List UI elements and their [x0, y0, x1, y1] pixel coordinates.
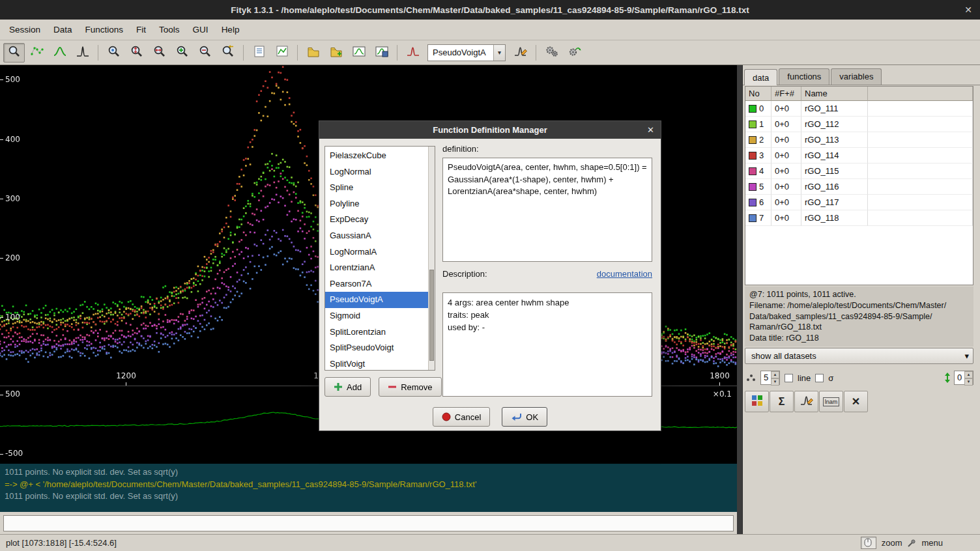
session-log-icon [252, 44, 267, 61]
function-list-scrollbar[interactable] [428, 147, 435, 370]
function-list-item[interactable]: SplitLorentzian [325, 324, 428, 341]
sum-datasets-button[interactable]: Σ [770, 391, 794, 412]
show-all-datasets-dropdown[interactable]: show all datasets ▾ [745, 348, 973, 364]
tab-variables[interactable]: variables [831, 68, 882, 85]
save-session-button[interactable] [371, 43, 392, 63]
documentation-link[interactable]: documentation [597, 269, 652, 279]
empty-cell [868, 117, 973, 132]
plot-settings-button[interactable] [271, 43, 293, 63]
dataset-number: 3 [759, 150, 764, 160]
dataset-func-count: 0+0 [771, 163, 801, 179]
menu-session[interactable]: Session [3, 21, 47, 38]
function-list-item[interactable]: PielaszekCube [325, 148, 428, 164]
add-function-button[interactable] [402, 43, 424, 63]
zoom-previous-icon [221, 44, 235, 61]
table-row[interactable]: 50+0rGO_116 [745, 179, 973, 195]
menu-functions[interactable]: Functions [79, 21, 130, 38]
table-row[interactable]: 70+0rGO_118 [745, 210, 973, 226]
function-list-item[interactable]: Sigmoid [325, 308, 428, 324]
menu-tools[interactable]: Tools [152, 21, 186, 38]
status-menu-label[interactable]: menu [921, 538, 943, 548]
toolbar-separator [98, 45, 98, 61]
function-list-item[interactable]: LorentzianA [325, 260, 428, 276]
dataset-controls: 5 ▲▼ line σ 0 ▲▼ [745, 369, 973, 386]
dataset-colors-button[interactable] [745, 391, 769, 412]
function-list-item[interactable]: ExpDecay [325, 212, 428, 228]
spin-up-icon[interactable]: ▲ [964, 371, 973, 378]
scrollbar-thumb[interactable] [429, 270, 434, 361]
point-size-stepper[interactable]: 5 ▲▼ [760, 371, 780, 385]
zoom-in-button[interactable] [171, 43, 193, 63]
peak-top-view-button[interactable] [72, 43, 93, 63]
table-row[interactable]: 60+0rGO_117 [745, 195, 973, 210]
function-list-item[interactable]: LogNormalA [325, 244, 428, 261]
empty-cell [868, 195, 973, 210]
tab-data[interactable]: data [744, 69, 777, 85]
table-row[interactable]: 20+0rGO_113 [745, 132, 973, 148]
table-row[interactable]: 10+0rGO_112 [745, 117, 973, 132]
dataset-number-cell: 7 [745, 210, 771, 226]
cancel-icon [442, 412, 451, 421]
run-fit-button[interactable] [541, 43, 562, 63]
definition-textarea[interactable]: PseudoVoigtA(area, center, hwhm, shape=0… [442, 158, 652, 262]
edit-data-button[interactable] [794, 391, 818, 412]
zoom-out-button[interactable] [194, 43, 216, 63]
line-checkbox-label: line [798, 373, 811, 383]
remove-button[interactable]: Remove [379, 377, 441, 397]
menu-gui[interactable]: GUI [186, 21, 215, 38]
function-list-item[interactable]: PseudoVoigtA [325, 292, 428, 308]
window-close-button[interactable]: ✕ [964, 5, 972, 15]
delete-dataset-button[interactable]: ✕ [844, 391, 868, 412]
dataset-table[interactable]: No#F+#Name 00+0rGO_11110+0rGO_11220+0rGO… [745, 86, 973, 285]
line-checkbox[interactable] [785, 374, 793, 382]
description-box: 4 args: area center hwhm shape traits: p… [442, 292, 652, 397]
function-list-item[interactable]: SplitPseudoVoigt [325, 340, 428, 356]
data-points-view-icon [30, 44, 44, 61]
edit-function-button[interactable] [510, 43, 531, 63]
tab-functions[interactable]: functions [779, 68, 829, 85]
table-row[interactable]: 00+0rGO_111 [745, 101, 973, 117]
shift-value: 0 [955, 371, 964, 384]
zoom-all-button[interactable] [103, 43, 124, 63]
function-list-item[interactable]: LogNormal [325, 164, 428, 180]
function-list-item[interactable]: Pearson7A [325, 276, 428, 292]
append-data-button[interactable] [325, 43, 347, 63]
menu-data[interactable]: Data [47, 21, 79, 38]
command-input[interactable] [3, 515, 734, 531]
console-line: =-> @+ < '/home/aleplo/test/Documents/Ch… [5, 479, 732, 491]
spin-down-icon[interactable]: ▼ [771, 378, 779, 386]
sigma-checkbox[interactable] [815, 374, 824, 382]
function-type-combo[interactable]: PseudoVoigtA▾ [427, 44, 506, 61]
function-list-item[interactable]: SplitVoigt [325, 356, 428, 371]
function-list-item[interactable]: GaussianA [325, 228, 428, 244]
function-list-item[interactable]: Spline [325, 180, 428, 196]
function-definition-manager-dialog: Function Definition Manager ✕ PielaszekC… [319, 120, 661, 431]
cancel-button[interactable]: Cancel [433, 407, 490, 427]
mouse-mode-button[interactable] [861, 537, 876, 549]
zoom-previous-button[interactable] [217, 43, 238, 63]
shift-stepper[interactable]: 0 ▲▼ [954, 371, 973, 385]
open-data-button[interactable] [302, 43, 324, 63]
dialog-close-button[interactable]: ✕ [647, 125, 654, 135]
fit-settings-button[interactable] [564, 43, 585, 63]
function-list[interactable]: PielaszekCubeLogNormalSplinePolylineExpD… [324, 146, 435, 371]
function-list-item[interactable]: Polyline [325, 196, 428, 212]
zoom-select-button[interactable] [3, 43, 25, 63]
session-log-button[interactable] [248, 43, 270, 63]
export-plot-button[interactable] [348, 43, 369, 63]
spin-up-icon[interactable]: ▲ [771, 371, 779, 378]
menu-help[interactable]: Help [215, 21, 246, 38]
spin-down-icon[interactable]: ▼ [964, 378, 973, 386]
zoom-horizontal-button[interactable] [149, 43, 170, 63]
add-button[interactable]: Add [324, 377, 371, 397]
table-row[interactable]: 30+0rGO_114 [745, 148, 973, 163]
zoom-vertical-button[interactable] [126, 43, 147, 63]
data-points-view-button[interactable] [26, 43, 48, 63]
menu-fit[interactable]: Fit [130, 21, 152, 38]
data-names-button[interactable]: lnam [819, 391, 843, 412]
dataset-number-cell: 5 [745, 179, 771, 195]
ok-button[interactable]: OK [502, 407, 547, 427]
line-view-button[interactable] [49, 43, 70, 63]
table-row[interactable]: 40+0rGO_115 [745, 163, 973, 179]
empty-cell [868, 148, 973, 163]
